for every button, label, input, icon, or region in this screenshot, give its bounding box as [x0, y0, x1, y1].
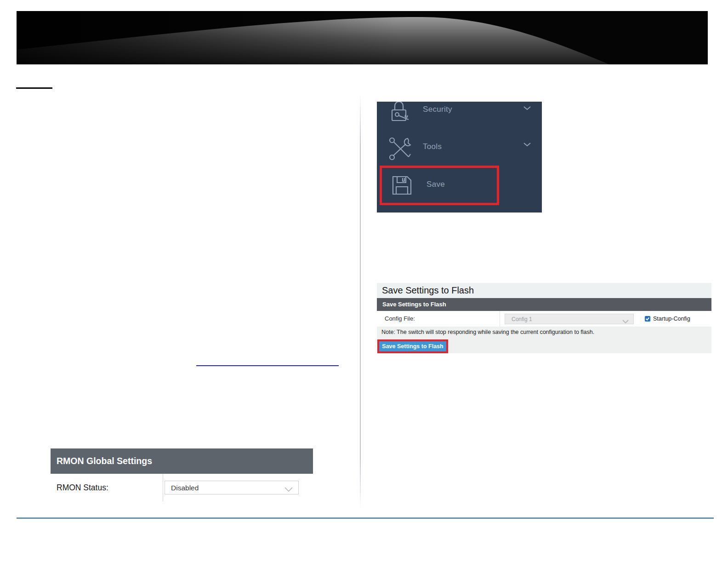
hyperlink-underline[interactable] — [196, 365, 339, 366]
footer-divider-line — [17, 517, 714, 519]
sidebar-item-label: Save — [427, 180, 445, 189]
column-divider — [360, 94, 361, 508]
rmon-panel-body: RMON Status: Disabled — [51, 474, 313, 501]
rmon-global-settings-panel: RMON Global Settings RMON Status: Disabl… — [51, 448, 313, 501]
note-area: Note: The switch will stop responding wh… — [377, 327, 711, 353]
config-file-select-value: Config 1 — [512, 316, 532, 322]
check-icon — [645, 316, 650, 321]
nav-sidebar: Security Tools — [377, 102, 542, 213]
sidebar-item-tools[interactable]: Tools — [377, 136, 542, 161]
page-title: Save Settings to Flash — [377, 283, 711, 298]
section-heading-underline — [16, 87, 52, 89]
config-file-row: Config File: Config 1 Startup-Config — [377, 311, 711, 327]
sidebar-item-save[interactable]: Save — [382, 168, 497, 203]
save-settings-panel: Save Settings to Flash Save Settings to … — [377, 283, 711, 353]
table-header: Save Settings to Flash — [377, 298, 711, 311]
chevron-down-icon — [284, 486, 293, 494]
lock-icon — [388, 102, 413, 121]
floppy-icon — [392, 175, 412, 195]
sidebar-item-label: Security — [423, 105, 452, 114]
rmon-panel-header: RMON Global Settings — [51, 448, 313, 474]
rmon-status-label: RMON Status: — [57, 483, 108, 493]
sidebar-item-label: Tools — [423, 142, 442, 151]
chevron-down-icon — [622, 317, 629, 326]
config-file-select[interactable]: Config 1 — [505, 314, 634, 324]
banner-swoosh-graphic — [17, 11, 708, 64]
save-settings-to-flash-button[interactable]: Save Settings to Flash — [379, 341, 446, 351]
cell-divider — [500, 311, 500, 327]
note-text: Note: The switch will stop responding wh… — [381, 329, 594, 335]
button-highlight-box: Save Settings to Flash — [377, 339, 448, 353]
header-banner-image — [17, 11, 708, 64]
rmon-status-select[interactable]: Disabled — [165, 481, 299, 494]
startup-config-checkbox[interactable] — [645, 316, 650, 322]
save-highlight-box: Save — [380, 166, 499, 205]
startup-config-label: Startup-Config — [653, 316, 690, 322]
document-page: Security Tools — [0, 0, 728, 563]
config-file-label: Config File: — [385, 315, 415, 322]
chevron-down-icon[interactable] — [523, 106, 531, 110]
cell-divider — [163, 474, 163, 501]
rmon-status-value: Disabled — [171, 484, 199, 492]
sidebar-item-security[interactable]: Security — [377, 102, 542, 123]
tools-icon — [387, 136, 413, 161]
chevron-down-icon[interactable] — [523, 142, 531, 147]
